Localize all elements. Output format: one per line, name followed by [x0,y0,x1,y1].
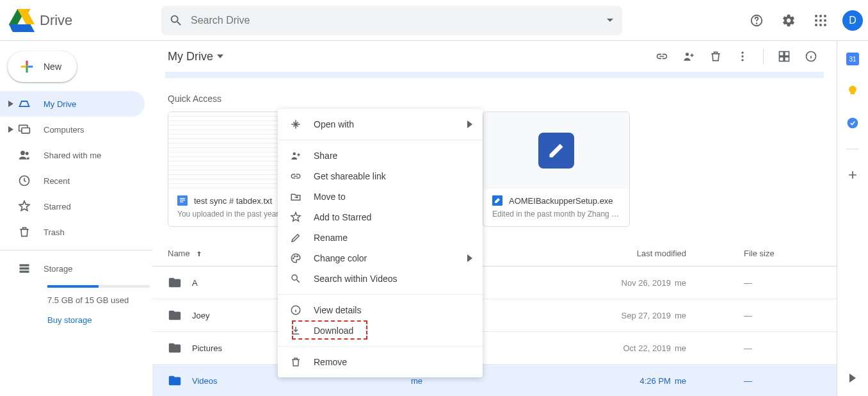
menu-divider [278,294,483,295]
svg-rect-15 [22,128,30,133]
menu-get-link[interactable]: Get shareable link [278,166,483,186]
sidebar-item-my-drive[interactable]: My Drive [0,91,145,117]
quick-access-title: Quick Access [152,78,837,111]
folder-icon [168,374,182,388]
svg-point-6 [819,15,822,17]
my-drive-icon [17,97,32,110]
quick-access-card[interactable]: AOMEIBackupperSetup.exe Edited in the pa… [483,111,630,227]
add-addon-icon[interactable] [846,169,859,181]
account-avatar[interactable]: D [842,10,863,31]
drive-logo-icon [9,8,35,33]
sidebar-item-starred[interactable]: Starred [0,194,145,219]
sidebar-item-shared[interactable]: Shared with me [0,142,145,168]
more-icon[interactable] [730,44,755,69]
svg-point-9 [819,19,822,22]
menu-remove[interactable]: Remove [278,352,483,372]
submenu-arrow-icon [467,254,472,262]
file-modified: Oct 22, 2019me [539,343,686,353]
rename-icon [288,232,303,243]
calendar-app-icon[interactable]: 31 [846,53,859,65]
new-label: New [44,62,61,72]
info-icon [288,304,303,316]
svg-point-42 [848,118,858,129]
share-icon[interactable] [676,44,702,69]
tasks-app-icon[interactable] [846,117,859,129]
menu-divider [278,346,483,347]
menu-download[interactable]: Download [278,320,483,341]
storage-bar [47,285,150,288]
menu-open-with[interactable]: Open with [278,114,483,135]
svg-point-10 [824,19,826,22]
move-icon [288,191,303,202]
table-row[interactable]: Joey me Sep 27, 2019me — [152,299,837,332]
sidebar-item-storage[interactable]: Storage [0,256,145,281]
sidebar-item-label: Trash [44,227,65,237]
file-name: Videos [192,376,218,386]
file-modified: Nov 26, 2019me [539,278,686,288]
table-row[interactable]: Videos me 4:26 PMme — [152,365,837,396]
sidebar-item-recent[interactable]: Recent [0,168,145,194]
toolbar: My Drive [152,41,837,72]
banner-strip [165,72,824,78]
keep-app-icon[interactable] [846,85,859,97]
expand-arrow-icon[interactable] [5,101,17,107]
open-with-icon [288,119,303,130]
storage-used-text: 7.5 GB of 15 GB used [0,288,152,305]
menu-search-within[interactable]: Search within Videos [278,268,483,289]
apps-grid-icon[interactable] [808,8,833,33]
svg-marker-2 [9,24,35,31]
context-menu: Open with Share Get shareable link Move … [278,109,483,377]
header-modified[interactable]: Last modified [539,249,686,258]
file-type-icon [177,195,188,206]
table-row[interactable]: Pictures me Oct 22, 2019me — [152,332,837,365]
search-icon [288,273,303,285]
link-icon [288,170,303,182]
table-row[interactable]: A me Nov 26, 2019me — [152,267,837,299]
svg-point-16 [20,151,25,155]
new-button[interactable]: New [8,51,77,82]
share-icon [288,150,303,161]
svg-point-4 [757,23,757,24]
svg-point-43 [293,153,296,156]
expand-arrow-icon[interactable] [5,126,17,133]
svg-rect-20 [20,267,29,269]
svg-point-46 [297,256,298,257]
view-grid-icon[interactable] [771,44,797,69]
get-link-icon[interactable] [649,44,675,69]
header-size[interactable]: File size [686,249,821,258]
menu-change-color[interactable]: Change color [278,248,483,268]
search-input[interactable] [191,15,615,26]
menu-share[interactable]: Share [278,145,483,166]
breadcrumb[interactable]: My Drive [168,50,223,63]
search-icon [169,13,183,28]
search-options-icon[interactable] [607,19,613,22]
sidebar-item-trash[interactable]: Trash [0,219,145,245]
file-size: — [686,376,821,386]
buy-storage-link[interactable]: Buy storage [0,305,152,325]
sort-arrow-icon [195,250,203,258]
menu-divider [278,140,483,140]
delete-icon[interactable] [703,44,728,69]
svg-rect-32 [180,198,185,199]
menu-add-starred[interactable]: Add to Starred [278,207,483,227]
settings-icon[interactable] [776,8,801,33]
file-modified: 4:26 PMme [539,376,686,386]
svg-rect-21 [20,270,29,272]
menu-rename[interactable]: Rename [278,227,483,248]
trash-icon [17,226,32,238]
qa-filename: test sync # tabdex.txt [194,196,272,206]
side-panel-collapse-icon[interactable] [840,365,865,391]
folder-icon [168,276,182,290]
details-icon[interactable] [798,44,824,69]
search-bar[interactable] [161,6,622,35]
menu-view-details[interactable]: View details [278,300,483,320]
sidebar-item-computers[interactable]: Computers [0,117,145,142]
svg-point-24 [741,55,743,57]
menu-move-to[interactable]: Move to [278,186,483,207]
logo-block[interactable]: Drive [9,8,161,33]
svg-point-13 [824,24,826,26]
svg-point-44 [293,258,294,259]
svg-point-12 [819,24,822,26]
help-icon[interactable] [744,8,769,33]
file-name: Joey [192,311,209,320]
